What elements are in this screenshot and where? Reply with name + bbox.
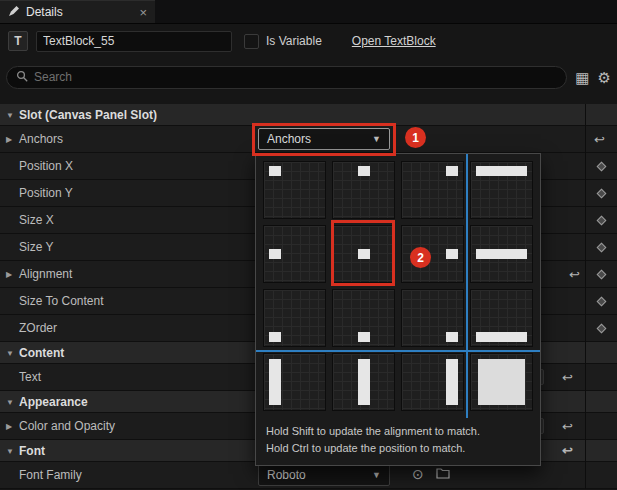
- search-row: ▦ ⚙: [0, 58, 617, 96]
- anchor-preset-stretch-center[interactable]: [332, 353, 395, 411]
- anchor-preset-top-center[interactable]: [332, 161, 395, 219]
- hint-shift: Hold Shift to update the alignment to ma…: [266, 423, 530, 440]
- anchor-preset-top-right[interactable]: [401, 161, 464, 219]
- use-selected-asset-icon[interactable]: ⊙: [412, 466, 424, 482]
- row-label: Size To Content: [19, 294, 104, 308]
- browse-folder-icon[interactable]: [436, 466, 450, 482]
- textblock-type-icon: T: [8, 31, 28, 51]
- anchor-popup-hints: Hold Shift to update the alignment to ma…: [256, 418, 540, 465]
- reset-to-default-icon[interactable]: ↩: [594, 133, 605, 146]
- row-label: Anchors: [19, 132, 63, 146]
- hint-ctrl: Hold Ctrl to update the position to matc…: [266, 440, 530, 457]
- property-bind-icon[interactable]: [597, 296, 607, 306]
- open-textblock-link[interactable]: Open TextBlock: [352, 34, 436, 48]
- chevron-down-icon[interactable]: ▼: [6, 446, 14, 455]
- settings-gear-icon[interactable]: ⚙: [598, 70, 611, 85]
- tab-bar: Details ×: [0, 0, 617, 24]
- property-bind-icon[interactable]: [597, 161, 607, 171]
- details-icon: [8, 5, 20, 20]
- search-box[interactable]: [6, 66, 567, 89]
- section-label: Content: [19, 346, 64, 360]
- reset-to-default-icon[interactable]: ↩: [562, 371, 573, 384]
- anchor-preset-bottom-right[interactable]: [401, 289, 464, 347]
- reset-to-default-icon[interactable]: ↩: [569, 268, 580, 281]
- anchor-preset-middle-stretch[interactable]: [470, 225, 533, 283]
- row-label: Color and Opacity: [19, 419, 115, 433]
- section-label: Appearance: [19, 395, 88, 409]
- close-icon[interactable]: ×: [139, 5, 147, 20]
- section-label: Font: [19, 444, 45, 458]
- anchor-preset-bottom-center[interactable]: [332, 289, 395, 347]
- anchor-preset-grid: [256, 154, 540, 418]
- anchor-preset-stretch-fill[interactable]: [470, 353, 533, 411]
- tab-title: Details: [26, 5, 133, 19]
- chevron-down-icon: ▼: [372, 470, 381, 480]
- annotation-box-center-preset: [331, 220, 395, 286]
- anchor-preset-bottom-stretch[interactable]: [470, 289, 533, 347]
- chevron-right-icon[interactable]: ▶: [6, 422, 12, 431]
- anchor-preset-stretch-left[interactable]: [263, 353, 326, 411]
- is-variable-checkbox[interactable]: [244, 34, 259, 49]
- property-bind-icon[interactable]: [597, 269, 607, 279]
- property-bind-icon[interactable]: [597, 242, 607, 252]
- section-label: Slot (Canvas Panel Slot): [19, 108, 157, 122]
- row-font-family: Font Family Roboto ▼ ⊙: [0, 462, 617, 489]
- annotation-step-1: 1: [405, 127, 426, 148]
- row-label: Position Y: [19, 186, 73, 200]
- view-options-icon[interactable]: ▦: [575, 70, 589, 85]
- annotation-step-2: 2: [410, 247, 431, 268]
- anchor-preset-top-left[interactable]: [263, 161, 326, 219]
- search-icon: [16, 70, 28, 85]
- anchor-preset-stretch-right[interactable]: [401, 353, 464, 411]
- chevron-right-icon[interactable]: ▶: [6, 135, 12, 144]
- row-label: ZOrder: [19, 321, 57, 335]
- row-label: Size X: [19, 213, 54, 227]
- chevron-down-icon[interactable]: ▼: [6, 110, 14, 119]
- anchor-preset-bottom-left[interactable]: [263, 289, 326, 347]
- widget-name-row: T Is Variable Open TextBlock: [0, 24, 617, 58]
- property-bind-icon[interactable]: [597, 188, 607, 198]
- grid-right-divider: [585, 104, 586, 489]
- current-anchor-vertical-line: [466, 154, 468, 418]
- current-anchor-horizontal-line: [256, 350, 540, 352]
- tab-details[interactable]: Details ×: [0, 0, 155, 23]
- anchor-preset-top-stretch[interactable]: [470, 161, 533, 219]
- chevron-down-icon[interactable]: ▼: [6, 348, 14, 357]
- reset-to-default-icon[interactable]: ↩: [562, 420, 573, 433]
- chevron-right-icon[interactable]: ▶: [6, 270, 12, 279]
- search-input[interactable]: [34, 70, 557, 84]
- row-label: Size Y: [19, 240, 53, 254]
- row-label: Alignment: [19, 267, 72, 281]
- row-label: Font Family: [19, 468, 82, 482]
- annotation-box-anchors-dropdown: [252, 123, 396, 156]
- font-family-dropdown[interactable]: Roboto ▼: [258, 464, 390, 486]
- row-label: Position X: [19, 159, 73, 173]
- anchors-preset-popup: Hold Shift to update the alignment to ma…: [255, 153, 541, 466]
- widget-name-input[interactable]: [36, 31, 232, 52]
- anchor-preset-middle-left[interactable]: [263, 225, 326, 283]
- property-bind-icon[interactable]: [597, 215, 607, 225]
- details-panel: Details × T Is Variable Open TextBlock ▦…: [0, 0, 617, 490]
- reset-to-default-icon[interactable]: ↩: [562, 444, 573, 457]
- chevron-down-icon[interactable]: ▼: [6, 397, 14, 406]
- row-label: Text: [19, 370, 41, 384]
- is-variable-label: Is Variable: [266, 34, 322, 48]
- property-bind-icon[interactable]: [597, 323, 607, 333]
